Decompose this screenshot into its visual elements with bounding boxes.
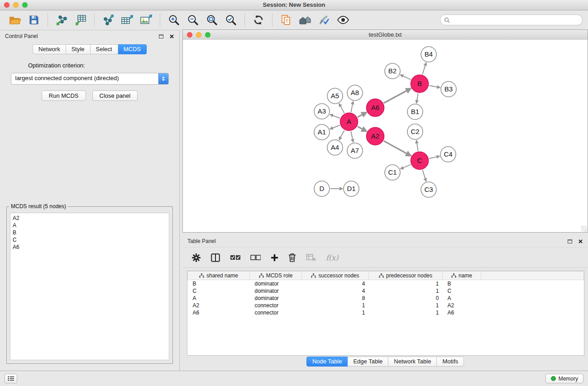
- edge-C-C4[interactable]: [429, 156, 440, 158]
- cell[interactable]: 0: [369, 295, 443, 302]
- edge-C-C2[interactable]: [416, 140, 418, 151]
- edge-A-A7[interactable]: [351, 131, 353, 142]
- criterion-dropdown[interactable]: largest connected component (directed): [11, 73, 169, 85]
- edge-A6-B[interactable]: [384, 88, 411, 103]
- edge-A-A5[interactable]: [339, 104, 344, 113]
- export-network-button[interactable]: [101, 12, 115, 28]
- zoom-out-button[interactable]: [186, 12, 200, 28]
- column-header-name[interactable]: name: [443, 272, 481, 280]
- close-panel-icon[interactable]: [169, 33, 174, 39]
- edge-C-C3[interactable]: [422, 170, 426, 181]
- search-box[interactable]: [440, 14, 583, 25]
- delete-table-button[interactable]: [306, 253, 316, 262]
- close-network-button[interactable]: [187, 32, 192, 38]
- network-canvas[interactable]: B4B2BB3A5A8A6B1A3AA1C2A2A4A7C4C1CC3DD1: [183, 40, 588, 232]
- node-C1[interactable]: C1: [385, 165, 400, 180]
- resize-grip[interactable]: [581, 226, 587, 232]
- table-row[interactable]: A2connector11A2: [188, 302, 584, 309]
- node-A2[interactable]: A2: [367, 128, 384, 145]
- save-session-button[interactable]: [27, 12, 41, 28]
- cell[interactable]: A: [443, 295, 481, 302]
- add-column-button[interactable]: [271, 254, 278, 262]
- tab-style[interactable]: Style: [66, 44, 91, 54]
- result-item[interactable]: A6: [13, 243, 167, 251]
- column-header-successor-nodes[interactable]: successor nodes: [302, 272, 369, 280]
- node-B2[interactable]: B2: [385, 63, 400, 79]
- edge-C-C1[interactable]: [400, 165, 411, 169]
- result-item[interactable]: B: [13, 229, 167, 236]
- edge-A-A4[interactable]: [339, 130, 344, 140]
- cell[interactable]: C: [188, 287, 250, 295]
- cell[interactable]: connector: [250, 302, 302, 309]
- node-D1[interactable]: D1: [344, 181, 359, 196]
- cell[interactable]: A2: [443, 302, 481, 309]
- node-A[interactable]: A: [340, 113, 358, 131]
- network-graph[interactable]: B4B2BB3A5A8A6B1A3AA1C2A2A4A7C4C1CC3DD1: [183, 40, 587, 231]
- function-builder-button[interactable]: f(x): [326, 253, 338, 262]
- cell[interactable]: 4: [302, 287, 369, 295]
- cell[interactable]: 8: [302, 295, 369, 302]
- style-check-button[interactable]: [317, 12, 331, 28]
- cell[interactable]: 1: [302, 302, 369, 309]
- minimize-network-button[interactable]: [196, 32, 201, 38]
- mcds-result-list[interactable]: A2ABCA6: [10, 213, 169, 360]
- float-table-panel-icon[interactable]: [567, 238, 573, 244]
- main-titlebar[interactable]: Session: New Session: [0, 0, 588, 10]
- table-row[interactable]: Adominator80A: [188, 295, 584, 302]
- show-columns-button[interactable]: [211, 253, 220, 262]
- edge-A-A2[interactable]: [358, 126, 367, 131]
- node-A6[interactable]: A6: [367, 99, 384, 117]
- column-header-MCDS-role[interactable]: MCDS role: [250, 272, 302, 280]
- zoom-selected-button[interactable]: [224, 12, 238, 28]
- node-C4[interactable]: C4: [440, 147, 456, 162]
- session-documents-button[interactable]: [279, 12, 293, 28]
- edge-A-A8[interactable]: [351, 101, 353, 112]
- import-table-button[interactable]: [73, 12, 88, 28]
- edge-A-A3[interactable]: [330, 114, 340, 119]
- cell[interactable]: A6: [188, 309, 250, 316]
- node-D[interactable]: D: [314, 181, 330, 196]
- edge-A-A6[interactable]: [358, 112, 367, 117]
- table-tab-network-table[interactable]: Network Table: [388, 357, 437, 367]
- home-button[interactable]: [298, 12, 312, 28]
- task-history-button[interactable]: [5, 374, 17, 383]
- table-row[interactable]: Bdominator41B: [188, 280, 584, 288]
- close-panel-button[interactable]: Close panel: [92, 91, 138, 101]
- edge-B-B1[interactable]: [416, 93, 418, 103]
- open-session-button[interactable]: [8, 12, 22, 28]
- edge-B-B4[interactable]: [422, 62, 426, 74]
- apply-layout-button[interactable]: [251, 12, 266, 28]
- result-item[interactable]: A: [13, 222, 167, 229]
- cell[interactable]: dominator: [250, 280, 302, 288]
- close-window-button[interactable]: [4, 2, 10, 8]
- run-mcds-button[interactable]: Run MCDS: [42, 91, 86, 101]
- zoom-window-button[interactable]: [22, 2, 28, 8]
- tab-select[interactable]: Select: [91, 44, 118, 54]
- node-C3[interactable]: C3: [421, 182, 436, 197]
- edge-B-B2[interactable]: [400, 75, 411, 80]
- node-B[interactable]: B: [411, 75, 429, 93]
- tab-mcds[interactable]: MCDS: [118, 44, 147, 54]
- delete-column-button[interactable]: [288, 253, 296, 262]
- node-C[interactable]: C: [411, 152, 429, 170]
- zoom-network-button[interactable]: [205, 32, 210, 38]
- minimize-window-button[interactable]: [13, 2, 19, 8]
- cell[interactable]: A: [188, 295, 250, 302]
- cell[interactable]: 1: [369, 287, 443, 295]
- search-input[interactable]: [452, 16, 578, 24]
- graphics-details-button[interactable]: [336, 12, 350, 28]
- cell[interactable]: connector: [250, 309, 302, 316]
- edge-A-A1[interactable]: [330, 125, 340, 129]
- network-window-titlebar[interactable]: testGlobe.txt: [183, 30, 588, 40]
- tab-network[interactable]: Network: [33, 44, 66, 54]
- cell[interactable]: 1: [369, 302, 443, 309]
- cell[interactable]: 1: [302, 309, 369, 316]
- edge-A2-C[interactable]: [384, 141, 411, 156]
- node-B4[interactable]: B4: [421, 47, 436, 62]
- table-settings-button[interactable]: [191, 253, 201, 262]
- column-header-shared-name[interactable]: shared name: [188, 272, 250, 280]
- cell[interactable]: 1: [369, 280, 443, 288]
- zoom-in-button[interactable]: [167, 12, 181, 28]
- node-B3[interactable]: B3: [441, 81, 456, 97]
- cell[interactable]: dominator: [250, 287, 302, 295]
